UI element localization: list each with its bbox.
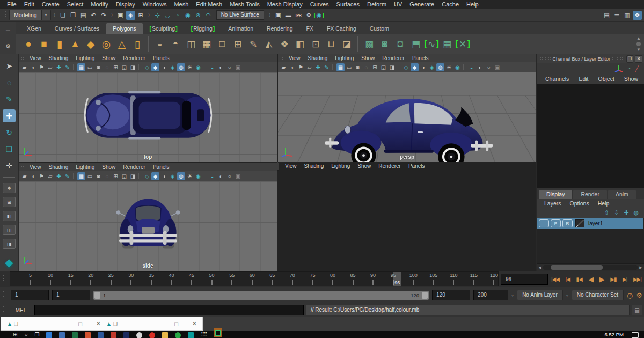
rotate-tool[interactable]: ↻ (3, 126, 16, 139)
playback-start-field[interactable]: 1 (52, 290, 90, 300)
grease-pencil-icon[interactable]: ✎ (63, 172, 71, 180)
uv-planar-map-icon[interactable]: ▩ (362, 37, 376, 51)
pan-zoom-icon[interactable]: ✚ (314, 63, 322, 71)
last-tool-used[interactable]: ✛ (3, 159, 16, 172)
new-scene-icon[interactable]: ❏ (58, 11, 68, 20)
move-layer-up-icon[interactable]: ⇧ (604, 209, 609, 216)
attribute-editor-toggle-icon[interactable]: ☰ (612, 11, 621, 20)
step-back-key-button[interactable]: ▮◀ (576, 276, 582, 282)
pane-divider[interactable] (278, 162, 536, 163)
drag-handle[interactable] (3, 275, 6, 283)
combine-icon[interactable]: ◒ (153, 37, 167, 51)
viewport-menu-item[interactable]: Renderer (119, 54, 149, 62)
shadows-icon[interactable]: ◉ (453, 63, 462, 71)
animation-preferences-icon[interactable]: ⚙ (636, 291, 642, 299)
car-model-side-view[interactable] (108, 187, 188, 254)
drag-handle[interactable] (3, 306, 6, 314)
lights-icon[interactable]: ☀ (186, 172, 194, 180)
anti-alias-icon[interactable]: ○ (225, 172, 233, 180)
polygon-torus-icon[interactable]: ◎ (99, 37, 113, 51)
persp-graph-layout-button[interactable]: ◨ (3, 239, 16, 249)
viewport-canvas-top[interactable]: top (19, 72, 277, 162)
chevron-down-icon[interactable]: ▿ (511, 293, 514, 298)
isolate-select-icon[interactable]: ▣ (234, 172, 242, 180)
anti-alias-icon[interactable]: ○ (225, 63, 233, 71)
shelf-tab[interactable]: Sculpting (143, 23, 184, 34)
play-forwards-button[interactable]: ▶ (599, 275, 604, 283)
search-icon[interactable]: ○ (24, 331, 27, 338)
snap-view-plane-icon[interactable]: ⊘ (194, 11, 203, 20)
select-object-icon[interactable]: ◈ (126, 11, 135, 20)
shaded-icon[interactable]: ◆ (411, 63, 419, 71)
channel-list-area[interactable] (537, 84, 644, 188)
channel-box-menu-item[interactable]: Edit (574, 76, 592, 82)
uv-camera-map-icon[interactable]: ⬒ (409, 37, 423, 51)
snap-curve-icon[interactable]: ◡ (163, 11, 172, 20)
layer-editor-menu-item[interactable]: Layers (540, 200, 566, 207)
taskbar-app-excel[interactable] (72, 332, 78, 338)
four-pane-layout-button[interactable]: ⊞ (3, 197, 16, 207)
wireframe-icon[interactable]: ◇ (143, 63, 151, 71)
shelf-scrollbar[interactable]: ▲▼ (634, 36, 644, 52)
undo-icon[interactable]: ↶ (89, 11, 98, 20)
menu-item[interactable]: UV (390, 0, 406, 9)
grid-icon[interactable]: ▦ (336, 63, 345, 71)
film-gate-icon[interactable]: ▭ (86, 172, 94, 180)
polygon-cube-icon[interactable]: ■ (37, 37, 51, 51)
wireframe-on-shaded-icon[interactable]: ◑ (419, 63, 427, 71)
use-default-material-icon[interactable]: ◍ (436, 63, 444, 71)
grease-pencil-icon[interactable]: ✎ (63, 63, 71, 71)
layer-editor-tab[interactable]: Anim (608, 190, 636, 199)
layer-list-area[interactable] (537, 229, 644, 263)
ambient-occlusion-icon[interactable]: ◒ (208, 172, 216, 180)
viewport-menu-item[interactable]: Panels (149, 163, 173, 171)
wireframe-icon[interactable]: ◇ (143, 172, 151, 180)
lights-icon[interactable]: ☀ (445, 63, 453, 71)
playback-end-field[interactable]: 120 (432, 290, 470, 300)
notification-center-icon[interactable] (632, 332, 639, 338)
layer-editor-menu-item[interactable]: Options (566, 200, 594, 207)
wireframe-on-shaded-icon[interactable]: ◑ (160, 63, 168, 71)
isolate-select-icon[interactable]: ▣ (493, 63, 501, 71)
viewport-menu-item[interactable]: View (285, 54, 304, 62)
smooth-icon[interactable]: ▦ (200, 37, 214, 51)
scrollbar-thumb[interactable] (551, 265, 603, 270)
menu-item[interactable]: Mesh Display (264, 0, 306, 9)
shaded-icon[interactable]: ◆ (151, 63, 159, 71)
layer-editor-tab[interactable]: Render (573, 190, 606, 199)
textured-icon[interactable]: ◈ (169, 172, 177, 180)
extrude-icon[interactable]: ◭ (262, 37, 276, 51)
edit-edge-flow-icon[interactable]: ⊡ (309, 37, 323, 51)
textured-icon[interactable]: ◈ (428, 63, 436, 71)
viewport-menu-item[interactable]: Shading (45, 54, 72, 62)
menu-item[interactable]: Mesh Tools (226, 0, 263, 9)
motion-blur-icon[interactable]: ◐ (217, 63, 225, 71)
menu-item[interactable]: Help (463, 0, 482, 9)
menu-item[interactable]: Windows (139, 0, 171, 9)
lock-camera-icon[interactable]: ◖ (288, 63, 296, 71)
select-camera-icon[interactable]: ▰ (280, 63, 288, 71)
viewport-menu-item[interactable]: Lighting (331, 54, 357, 62)
animation-start-field[interactable]: 1 (11, 290, 49, 300)
uv-auto-map-icon[interactable]: ◙ (378, 37, 392, 51)
field-chart-icon[interactable]: ⊞ (371, 63, 379, 71)
scale-tool[interactable]: ❏ (3, 143, 16, 156)
taskbar-app-word[interactable] (98, 332, 104, 338)
anti-alias-icon[interactable]: ○ (485, 63, 493, 71)
command-language-label[interactable]: MEL (10, 307, 32, 313)
taskbar-app-navy[interactable] (123, 332, 129, 338)
chevron-down-icon[interactable]: ▿ (566, 293, 568, 298)
menu-item[interactable]: Curves (306, 0, 333, 9)
lasso-select-tool[interactable]: ◌ (3, 76, 16, 89)
maximize-icon[interactable]: □ (174, 321, 178, 327)
scroll-left-arrow-icon[interactable]: ◀ (537, 266, 543, 270)
range-slider[interactable]: 1 120 (93, 291, 429, 300)
layer-playback-toggle[interactable]: P (551, 219, 561, 227)
select-tool[interactable]: ➤ (3, 60, 16, 72)
pan-zoom-icon[interactable]: ✚ (55, 172, 63, 180)
taskbar-app-blue[interactable] (59, 332, 65, 338)
anim-layer-selector[interactable]: No Anim Layer (517, 290, 563, 300)
field-chart-icon[interactable]: ⊞ (112, 172, 120, 180)
script-editor-icon[interactable]: ▤ (632, 305, 642, 315)
grid-icon[interactable]: ▦ (77, 63, 85, 71)
